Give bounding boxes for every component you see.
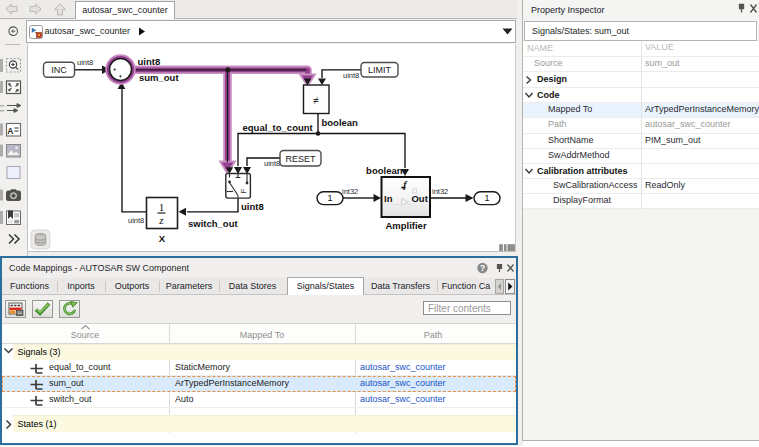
svg-text:uint8: uint8 — [264, 159, 280, 168]
svg-text:A: A — [7, 126, 13, 136]
svg-text:1: 1 — [327, 193, 332, 203]
svg-text:int32: int32 — [432, 187, 448, 196]
svg-text:F: F — [239, 188, 248, 193]
svg-text:uint8: uint8 — [343, 71, 359, 80]
svg-text:Amplifier: Amplifier — [385, 220, 426, 231]
svg-text:In: In — [384, 193, 393, 204]
svg-text:equal_to_count: equal_to_count — [243, 122, 314, 133]
svg-text:X: X — [159, 233, 166, 244]
svg-text:?: ? — [480, 263, 485, 273]
svg-text:z: z — [158, 214, 164, 226]
svg-text:1: 1 — [484, 193, 489, 203]
svg-text:boolean: boolean — [322, 117, 359, 128]
svg-text:Out: Out — [411, 193, 428, 204]
svg-text:uint8: uint8 — [138, 56, 161, 67]
svg-text:boolean: boolean — [366, 165, 403, 176]
svg-text:≠: ≠ — [313, 94, 319, 106]
svg-text:INC: INC — [51, 65, 67, 75]
svg-text:int32: int32 — [342, 187, 358, 196]
svg-text:LIMIT: LIMIT — [368, 65, 392, 75]
svg-text:uint8: uint8 — [128, 216, 144, 225]
svg-text:uint8: uint8 — [241, 201, 264, 212]
svg-text:1: 1 — [159, 201, 165, 213]
svg-text:uint8: uint8 — [77, 58, 93, 67]
svg-text:switch_out: switch_out — [188, 218, 238, 229]
svg-text:RESET: RESET — [285, 154, 316, 164]
svg-text:sum_out: sum_out — [139, 72, 179, 83]
